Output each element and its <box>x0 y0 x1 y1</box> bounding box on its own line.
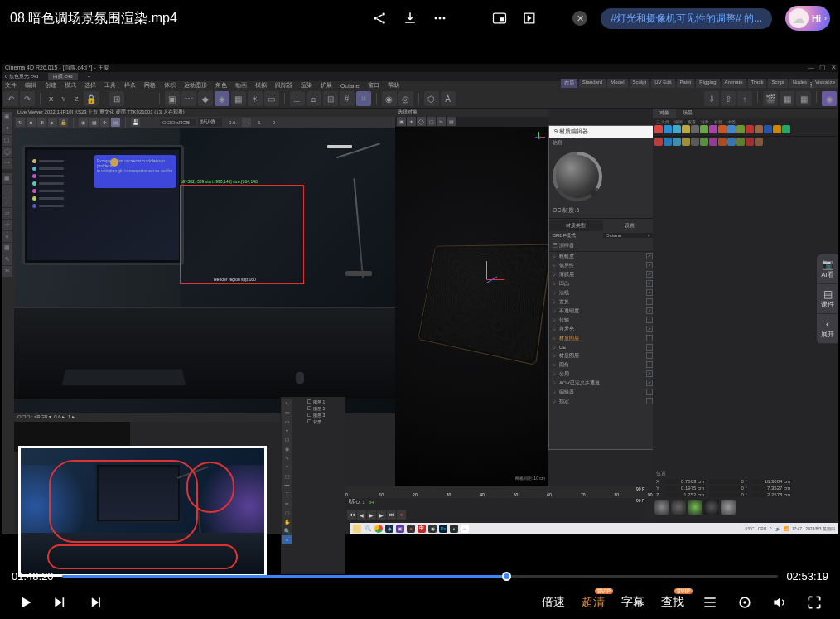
vis-icon[interactable] <box>307 406 311 410</box>
ps-brush-icon[interactable]: ✎ <box>282 453 292 462</box>
menu-item[interactable]: Octane <box>340 83 360 89</box>
doc-tab[interactable]: 白膜.c4d <box>48 73 77 80</box>
camera-icon[interactable]: ▭ <box>264 91 279 106</box>
knife-tool-icon[interactable]: ✂ <box>2 266 12 277</box>
octane-render-area[interactable]: 网格间距: 10 cm <box>395 127 548 493</box>
tl-first-icon[interactable]: ⏮ <box>347 510 356 520</box>
menu-item[interactable]: 渲染 <box>301 81 312 89</box>
mat-check-row[interactable]: ○似异性 <box>549 261 656 270</box>
tex-tool-icon[interactable]: ▩ <box>2 243 12 254</box>
tag-icon[interactable] <box>664 138 672 146</box>
wifi-tray-icon[interactable]: 📶 <box>784 526 789 531</box>
tag-icon[interactable] <box>746 125 754 133</box>
ps-lasso-icon[interactable]: ᔕ <box>282 417 292 426</box>
material-thumb[interactable] <box>671 500 686 515</box>
app-icon[interactable]: ▣ <box>396 525 404 533</box>
tag-icon[interactable] <box>709 125 717 133</box>
pip-icon[interactable] <box>491 10 508 27</box>
list-icon[interactable] <box>701 593 719 612</box>
topic-pill[interactable]: #灯光和摄像机可见性的调整# 的... <box>601 8 772 29</box>
scale-z-input[interactable]: 2.2578 cm <box>752 492 792 497</box>
brdf-dropdown[interactable]: Octane <box>603 233 653 238</box>
rp-menu-item[interactable]: 标签 <box>714 119 722 124</box>
lv-slider-icon[interactable]: — <box>242 118 251 127</box>
app-icon[interactable]: ⛰ <box>461 525 469 533</box>
nav-gizmo[interactable] <box>533 132 543 142</box>
material-name[interactable]: OC 材质.6 <box>549 205 656 216</box>
material-thumb[interactable] <box>654 500 669 515</box>
checkbox[interactable] <box>646 335 653 341</box>
tag-icon[interactable] <box>654 138 663 146</box>
layout-tab[interactable]: Nodes <box>789 79 810 88</box>
rot-z-input[interactable]: 0 ° <box>709 492 749 497</box>
tag-icon[interactable] <box>709 138 717 146</box>
menu-item[interactable]: 跟踪器 <box>275 81 292 89</box>
checkbox[interactable] <box>646 361 653 368</box>
collapse-icon[interactable] <box>521 10 538 27</box>
layout-tab[interactable]: Animate <box>722 79 746 88</box>
menu-item[interactable]: 文件 <box>5 81 17 89</box>
edge-tool-icon[interactable]: / <box>2 196 12 207</box>
explorer-icon[interactable]: ▭ <box>353 525 361 533</box>
checkbox[interactable] <box>646 352 653 359</box>
ps-hand-icon[interactable]: ✋ <box>282 517 292 526</box>
mat-check-row[interactable]: ○指定 <box>549 397 656 406</box>
oct-scale-icon[interactable]: ▢ <box>427 117 436 126</box>
mat-check-row[interactable]: ○凹凸 <box>549 279 656 288</box>
mat-check-row[interactable]: ○编辑器 <box>549 388 656 397</box>
checkbox[interactable] <box>646 398 653 404</box>
ps-layer-row[interactable]: 图层 1 <box>304 399 344 405</box>
scale-y-input[interactable]: 7.3527 cm <box>752 486 792 491</box>
render-region[interactable]: off:-582,-389 start:[990,146] size:[264,… <box>180 185 304 284</box>
menu-item[interactable]: 窗口 <box>368 81 379 89</box>
checkbox[interactable] <box>646 289 653 296</box>
menu-item[interactable]: 角色 <box>215 81 227 89</box>
axis-x[interactable]: X <box>46 95 56 103</box>
checkbox[interactable] <box>646 307 653 314</box>
deformer-icon[interactable]: ◈ <box>215 91 229 106</box>
layout-tab[interactable]: UV Edit <box>651 79 674 88</box>
mat-check-row[interactable]: ○粗糙度 <box>549 252 656 261</box>
prev-track-button[interactable] <box>51 593 70 612</box>
lv-exp[interactable]: 1 <box>253 120 265 125</box>
menu-item[interactable]: 编辑 <box>25 81 36 89</box>
preset-dropdown[interactable]: 默认值 <box>198 118 222 127</box>
oct-icon[interactable]: ⬡ <box>424 91 439 106</box>
checkbox[interactable] <box>646 271 653 278</box>
tag-icon[interactable] <box>700 125 708 133</box>
light-icon[interactable]: ☀ <box>248 91 263 106</box>
scale-x-input[interactable]: 16.3004 cm <box>752 479 792 484</box>
ps-shape-icon[interactable]: ▢ <box>282 508 292 517</box>
t-icon[interactable]: ⊥ <box>290 91 305 106</box>
render-region-icon[interactable]: ◎ <box>398 91 413 106</box>
tag-icon[interactable] <box>727 138 736 146</box>
download-icon[interactable] <box>402 10 418 27</box>
oct-cut-icon[interactable]: ✂ <box>437 117 446 126</box>
lv-gamma[interactable]: 0.6 <box>224 120 240 125</box>
tl-prev-icon[interactable]: ◀ <box>357 510 366 520</box>
axis-z[interactable]: Z <box>71 95 82 103</box>
select-tool-icon[interactable]: ▣ <box>2 112 12 123</box>
ps-stamp-icon[interactable]: ◊ <box>282 462 292 472</box>
mat-check-row[interactable]: ○自发光 <box>549 325 656 334</box>
rot-x-input[interactable]: 0 ° <box>709 479 749 484</box>
coord-icon[interactable]: ⊞ <box>109 91 124 106</box>
ocio-dropdown[interactable]: OCIO:sRGB <box>160 119 196 126</box>
app-icon[interactable]: ▲ <box>450 525 458 533</box>
menu-item[interactable]: 体积 <box>164 81 176 89</box>
mat-tab[interactable]: 设置 <box>603 220 657 231</box>
layout-tab[interactable]: Visualize <box>812 79 838 88</box>
tab-add-icon[interactable]: + <box>88 74 91 79</box>
pill-close-button[interactable]: ✕ <box>572 11 587 26</box>
avatar-badge[interactable]: ☁ Hi › <box>785 6 830 31</box>
rp-menu-item[interactable]: 编辑 <box>674 119 683 124</box>
progress-thumb[interactable] <box>502 572 511 581</box>
tl-last-icon[interactable]: ⏭ <box>387 510 396 520</box>
axis-tool-icon[interactable]: ⊹ <box>2 220 12 230</box>
expand-button[interactable]: ‹ 展开 <box>817 314 838 344</box>
lv-more-icon[interactable]: ▤ <box>111 118 120 127</box>
tag-icon[interactable] <box>673 125 681 133</box>
tag-icon[interactable] <box>746 138 754 146</box>
import-icon[interactable]: ⇩ <box>704 91 719 106</box>
doc-tab[interactable]: 0 焦色重光.c4d <box>5 73 38 80</box>
